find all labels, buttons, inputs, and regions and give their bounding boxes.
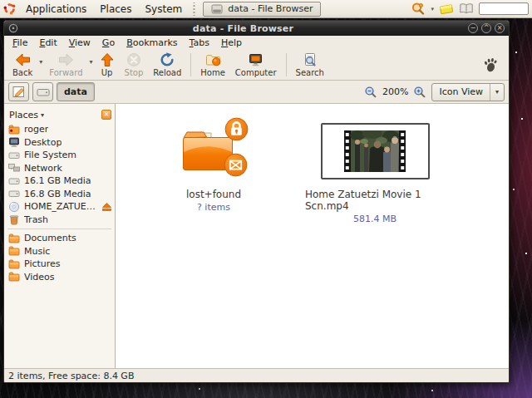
- panel-handle: [192, 2, 196, 16]
- emblem-no-read-icon: [224, 153, 248, 180]
- drive-icon: [8, 175, 20, 187]
- desktop-monitor-icon: [8, 136, 20, 148]
- folder-icon: [8, 271, 20, 283]
- menu-help[interactable]: Help: [216, 37, 247, 49]
- sidebar-item-roger[interactable]: roger: [4, 123, 115, 136]
- menu-file[interactable]: File: [7, 37, 32, 49]
- forward-arrow-icon: [58, 52, 74, 67]
- panel-text-entry[interactable]: [479, 2, 529, 15]
- window-title: data - File Browser: [18, 23, 468, 34]
- forward-button[interactable]: Forward: [44, 51, 87, 79]
- home-button[interactable]: Home: [195, 51, 230, 79]
- sidebar-close-button[interactable]: ×: [101, 110, 111, 120]
- path-button-data[interactable]: data: [57, 82, 95, 101]
- menu-view[interactable]: View: [64, 37, 96, 49]
- pencil-icon: [12, 85, 26, 99]
- user-home-icon: [8, 124, 20, 135]
- menu-go[interactable]: Go: [97, 37, 120, 49]
- gnome-throbber-icon: [482, 57, 499, 73]
- up-arrow-icon: [100, 52, 115, 67]
- network-icon: [8, 162, 20, 174]
- zoom-in-button[interactable]: [413, 86, 426, 99]
- reload-icon: [160, 52, 175, 67]
- sidebar-item-home-zatuetzi[interactable]: HOME_ZATUETZI_M...: [4, 200, 115, 214]
- toolbar-separator: [286, 53, 287, 76]
- video-thumbnail: [321, 123, 430, 179]
- trash-icon: [8, 214, 20, 225]
- top-panel: Applications Places System data - File B…: [0, 0, 532, 18]
- zoom-out-button[interactable]: [364, 86, 377, 99]
- location-bar: data 200% Icon View: [4, 81, 509, 104]
- stop-icon: [126, 52, 141, 67]
- deskbar-chevron-icon[interactable]: ▾: [431, 6, 434, 12]
- sidebar-item-media-16-8[interactable]: 16.8 GB Media: [4, 188, 115, 201]
- window-icon: [211, 4, 223, 14]
- optical-disc-icon: [8, 201, 20, 213]
- file-detail: ? items: [197, 202, 230, 213]
- reload-button[interactable]: Reload: [148, 51, 186, 79]
- sidebar-item-desktop[interactable]: Desktop: [4, 136, 115, 150]
- titlebar[interactable]: data - File Browser − ^ ×: [4, 21, 509, 36]
- places-menu[interactable]: Places: [96, 2, 135, 17]
- system-menu[interactable]: System: [141, 2, 185, 17]
- menu-tabs[interactable]: Tabs: [185, 37, 214, 49]
- applications-menu[interactable]: Applications: [22, 2, 90, 17]
- view-mode-select[interactable]: Icon View ▾: [431, 83, 505, 101]
- search-button[interactable]: Search: [291, 51, 329, 79]
- folder-icon: [8, 233, 20, 244]
- root-volume-button[interactable]: [32, 82, 53, 101]
- panel-tray: ▾: [411, 2, 529, 16]
- sidebar-item-music[interactable]: Music: [4, 245, 115, 258]
- search-icon: [303, 52, 318, 67]
- zoom-level: 200%: [382, 86, 408, 97]
- sidebar-item-media-16-1[interactable]: 16.1 GB Media: [4, 174, 115, 188]
- file-name: Home Zatuetzi Movie 1 Scn.mp4: [305, 189, 445, 212]
- sidebar-item-trash[interactable]: Trash: [4, 214, 115, 227]
- computer-button[interactable]: Computer: [230, 51, 282, 79]
- home-folder-icon: [205, 52, 221, 67]
- taskbar-window-button[interactable]: data - File Browser: [203, 2, 321, 17]
- back-history-chevron[interactable]: ▾: [37, 58, 44, 66]
- drive-icon: [37, 86, 50, 98]
- back-arrow-icon: [15, 52, 31, 67]
- back-button[interactable]: Back: [7, 51, 37, 79]
- sidebar-item-network[interactable]: Network: [4, 162, 115, 175]
- close-button[interactable]: ×: [495, 23, 505, 33]
- sidebar-item-videos[interactable]: Videos: [4, 271, 115, 284]
- deskbar-search-icon[interactable]: [411, 2, 426, 16]
- toolbar: Back ▾ Forward ▾ Up Stop: [4, 50, 509, 81]
- forward-history-chevron[interactable]: ▾: [88, 58, 95, 66]
- file-item-movie[interactable]: Home Zatuetzi Movie 1 Scn.mp4 581.4 MB: [305, 115, 445, 224]
- stop-button[interactable]: Stop: [120, 51, 149, 79]
- eject-button[interactable]: [101, 202, 112, 212]
- icon-view-area[interactable]: lost+found ? items: [116, 104, 509, 368]
- chevron-down-icon: ▾: [41, 111, 44, 119]
- menubar: File Edit View Go Bookmarks Tabs Help: [4, 36, 509, 50]
- drive-icon: [8, 150, 20, 161]
- status-text: 2 items, Free space: 8.4 GB: [8, 371, 134, 381]
- minimize-button[interactable]: −: [468, 23, 478, 33]
- ubuntu-logo-icon[interactable]: [3, 2, 16, 15]
- sidebar-item-pictures[interactable]: Pictures: [4, 258, 115, 271]
- window-menu-icon[interactable]: [8, 23, 18, 33]
- sidebar-item-file-system[interactable]: File System: [4, 149, 115, 162]
- folder-icon: [180, 127, 235, 175]
- drive-icon: [8, 188, 20, 199]
- file-name: lost+found: [186, 189, 241, 200]
- edit-location-button[interactable]: [8, 82, 29, 101]
- emblem-locked-icon: [224, 117, 249, 145]
- file-detail: 581.4 MB: [353, 214, 397, 224]
- file-item-lost-found[interactable]: lost+found ? items: [160, 115, 267, 224]
- sidebar-title[interactable]: Places: [9, 110, 38, 120]
- maximize-button[interactable]: ^: [481, 23, 491, 33]
- menu-bookmarks[interactable]: Bookmarks: [121, 37, 182, 49]
- sidebar-item-documents[interactable]: Documents: [4, 232, 115, 245]
- menu-edit[interactable]: Edit: [34, 37, 62, 49]
- sidebar-separator: [7, 228, 111, 229]
- notes-applet-icon[interactable]: [439, 2, 454, 15]
- computer-icon: [248, 52, 264, 67]
- up-button[interactable]: Up: [95, 51, 120, 79]
- dictionary-book-icon[interactable]: [459, 2, 474, 15]
- file-browser-window: data - File Browser − ^ × File Edit View…: [3, 20, 510, 383]
- places-sidebar: Places ▾ × roger Desktop: [4, 104, 116, 368]
